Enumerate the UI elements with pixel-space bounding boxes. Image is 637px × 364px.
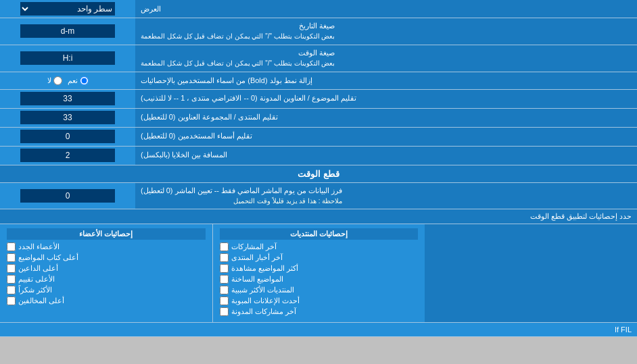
remove-bold-label: إزالة نمط بولد (Bold) من اسماء المستخدمي…: [135, 72, 637, 89]
cb-most-thanked: الأكثر شكراً: [7, 286, 206, 294]
subject-headers-label: تقليم الموضوع / العناوين المدونة (0 -- ا…: [135, 90, 637, 108]
if-fil-text: If FIL: [615, 326, 632, 334]
cb-last-news-input[interactable]: [220, 253, 229, 262]
cb-latest-classifieds-input[interactable]: [220, 296, 229, 305]
radio-yes[interactable]: [80, 76, 89, 85]
cb-top-invitors-input[interactable]: [7, 264, 16, 273]
time-format-row: صيغة الوقت بعض التكوينات يتطلب "/" التي …: [0, 45, 637, 72]
display-mode-select[interactable]: سطر واحدسطرينثلاثة أسطر: [20, 2, 115, 16]
cb-top-violators-input[interactable]: [7, 296, 16, 305]
radio-yes-label[interactable]: نعم: [68, 76, 89, 85]
realtime-input[interactable]: 0: [20, 189, 115, 203]
realtime-section-header: قطع الوقت: [0, 165, 637, 183]
date-format-label: صيغة التاريخ بعض التكوينات يتطلب "/" الت…: [135, 18, 637, 45]
forum-group-input[interactable]: 33: [20, 111, 115, 124]
stats-limit-label: حدد إحصائيات لتطبيق قطع الوقت: [530, 212, 632, 220]
member-stats-header: إحصائيات الأعضاء: [7, 228, 206, 240]
subject-headers-input-cell: 33: [0, 90, 135, 108]
time-format-label: صيغة الوقت بعض التكوينات يتطلب "/" التي …: [135, 45, 637, 72]
forum-group-label: تقليم المنتدى / المجموعة العناوين (0 للت…: [135, 109, 637, 127]
subject-headers-input[interactable]: 33: [20, 92, 115, 105]
forum-group-row: تقليم المنتدى / المجموعة العناوين (0 للت…: [0, 109, 637, 128]
cb-last-news: آخر أخبار المنتدى: [220, 253, 419, 262]
cb-hot-topics-input[interactable]: [220, 275, 229, 284]
cb-most-popular-input[interactable]: [220, 286, 229, 294]
cells-gap-input[interactable]: 2: [20, 149, 115, 162]
cb-top-posters-input[interactable]: [7, 253, 16, 262]
cb-last-blog-posts: آخر مشاركات المدونة: [220, 307, 419, 316]
forum-stats-col: إحصائيات المنتديات آخر المشاركات آخر أخب…: [212, 224, 425, 322]
if-fil-row: If FIL: [0, 323, 637, 337]
header-dropdown-cell: سطر واحدسطرينثلاثة أسطر: [0, 0, 135, 18]
usernames-trim-row: تقليم أسماء المستخدمين (0 للتعطيل) 0: [0, 128, 637, 147]
realtime-label: فرز البيانات من يوم الماشر الماضي فقط --…: [135, 183, 637, 209]
cb-most-popular: المنتديات الأكثر شببية: [220, 286, 419, 294]
realtime-input-cell: 0: [0, 183, 135, 209]
member-stats-col: إحصائيات الأعضاء الأعضاء الجدد أعلى كتاب…: [0, 224, 212, 322]
header-label: العرض: [135, 0, 637, 18]
date-format-input-cell: d-m: [0, 18, 135, 45]
cb-new-members-input[interactable]: [7, 242, 16, 251]
cb-top-rated: الأعلى تقييم: [7, 275, 206, 284]
cb-last-posts-input[interactable]: [220, 242, 229, 251]
cells-gap-label: المسافة بين الخلايا (بالبكسل): [135, 147, 637, 165]
section-title: العرض: [141, 5, 161, 14]
cb-top-violators: أعلى المخالفين: [7, 296, 206, 305]
cb-top-rated-input[interactable]: [7, 275, 16, 284]
cb-new-members: الأعضاء الجدد: [7, 242, 206, 251]
cb-latest-classifieds: أحدث الإعلانات المبوبة: [220, 296, 419, 305]
date-format-input[interactable]: d-m: [20, 24, 115, 38]
stats-limit-row: حدد إحصائيات لتطبيق قطع الوقت: [0, 209, 637, 224]
cells-gap-row: المسافة بين الخلايا (بالبكسل) 2: [0, 147, 637, 165]
cb-last-posts: آخر المشاركات: [220, 242, 419, 251]
time-format-input-cell: H:i: [0, 45, 135, 72]
remove-bold-radio-cell: نعم لا: [0, 72, 135, 89]
radio-no-label[interactable]: لا: [47, 76, 62, 85]
cb-most-viewed-input[interactable]: [220, 264, 229, 273]
forum-stats-header: إحصائيات المنتديات: [220, 228, 419, 240]
cells-gap-input-cell: 2: [0, 147, 135, 165]
cb-most-thanked-input[interactable]: [7, 286, 16, 294]
usernames-trim-input[interactable]: 0: [20, 130, 115, 143]
cb-top-invitors: أعلى الداعين: [7, 264, 206, 273]
remove-bold-row: إزالة نمط بولد (Bold) من اسماء المستخدمي…: [0, 72, 637, 90]
cb-top-posters: أعلى كتاب المواضيع: [7, 253, 206, 262]
checkboxes-section: إحصائيات المنتديات آخر المشاركات آخر أخب…: [0, 224, 637, 323]
cb-hot-topics: المواضيع الساخنة: [220, 275, 419, 284]
header-row: العرض سطر واحدسطرينثلاثة أسطر: [0, 0, 637, 18]
subject-headers-row: تقليم الموضوع / العناوين المدونة (0 -- ا…: [0, 90, 637, 109]
radio-no[interactable]: [53, 76, 62, 85]
usernames-trim-label: تقليم أسماء المستخدمين (0 للتعطيل): [135, 128, 637, 146]
date-format-row: صيغة التاريخ بعض التكوينات يتطلب "/" الت…: [0, 18, 637, 45]
realtime-row: فرز البيانات من يوم الماشر الماضي فقط --…: [0, 183, 637, 210]
forum-group-input-cell: 33: [0, 109, 135, 127]
cb-most-viewed: أكثر المواضيع مشاهدة: [220, 264, 419, 273]
cb-last-blog-posts-input[interactable]: [220, 307, 229, 316]
stats-limit-empty-col: [425, 224, 637, 322]
usernames-trim-input-cell: 0: [0, 128, 135, 146]
time-format-input[interactable]: H:i: [20, 51, 115, 65]
